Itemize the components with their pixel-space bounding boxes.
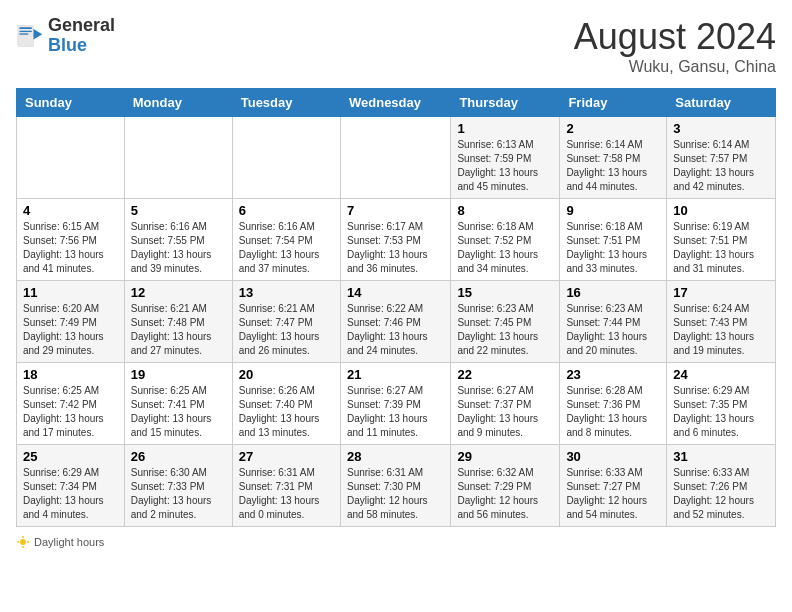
week-row-3: 11Sunrise: 6:20 AMSunset: 7:49 PMDayligh…	[17, 281, 776, 363]
calendar-cell: 18Sunrise: 6:25 AMSunset: 7:42 PMDayligh…	[17, 363, 125, 445]
calendar-cell: 19Sunrise: 6:25 AMSunset: 7:41 PMDayligh…	[124, 363, 232, 445]
day-info: Sunrise: 6:26 AMSunset: 7:40 PMDaylight:…	[239, 384, 334, 440]
day-number: 13	[239, 285, 334, 300]
svg-marker-4	[34, 29, 43, 40]
weekday-header-monday: Monday	[124, 89, 232, 117]
day-info: Sunrise: 6:31 AMSunset: 7:30 PMDaylight:…	[347, 466, 444, 522]
day-number: 3	[673, 121, 769, 136]
weekday-header-thursday: Thursday	[451, 89, 560, 117]
weekday-header-tuesday: Tuesday	[232, 89, 340, 117]
day-info: Sunrise: 6:18 AMSunset: 7:52 PMDaylight:…	[457, 220, 553, 276]
week-row-1: 1Sunrise: 6:13 AMSunset: 7:59 PMDaylight…	[17, 117, 776, 199]
day-number: 27	[239, 449, 334, 464]
day-number: 19	[131, 367, 226, 382]
calendar-cell: 15Sunrise: 6:23 AMSunset: 7:45 PMDayligh…	[451, 281, 560, 363]
weekday-header-row: SundayMondayTuesdayWednesdayThursdayFrid…	[17, 89, 776, 117]
day-info: Sunrise: 6:30 AMSunset: 7:33 PMDaylight:…	[131, 466, 226, 522]
weekday-header-saturday: Saturday	[667, 89, 776, 117]
calendar-cell: 1Sunrise: 6:13 AMSunset: 7:59 PMDaylight…	[451, 117, 560, 199]
day-info: Sunrise: 6:22 AMSunset: 7:46 PMDaylight:…	[347, 302, 444, 358]
calendar-cell: 10Sunrise: 6:19 AMSunset: 7:51 PMDayligh…	[667, 199, 776, 281]
day-info: Sunrise: 6:21 AMSunset: 7:47 PMDaylight:…	[239, 302, 334, 358]
footer: Daylight hours	[16, 535, 776, 549]
day-number: 10	[673, 203, 769, 218]
month-year: August 2024	[574, 16, 776, 58]
calendar-cell: 16Sunrise: 6:23 AMSunset: 7:44 PMDayligh…	[560, 281, 667, 363]
calendar-cell: 27Sunrise: 6:31 AMSunset: 7:31 PMDayligh…	[232, 445, 340, 527]
day-info: Sunrise: 6:18 AMSunset: 7:51 PMDaylight:…	[566, 220, 660, 276]
logo-text: GeneralBlue	[48, 16, 115, 56]
day-number: 26	[131, 449, 226, 464]
day-info: Sunrise: 6:15 AMSunset: 7:56 PMDaylight:…	[23, 220, 118, 276]
svg-rect-1	[20, 27, 32, 29]
day-info: Sunrise: 6:24 AMSunset: 7:43 PMDaylight:…	[673, 302, 769, 358]
day-info: Sunrise: 6:19 AMSunset: 7:51 PMDaylight:…	[673, 220, 769, 276]
day-info: Sunrise: 6:25 AMSunset: 7:42 PMDaylight:…	[23, 384, 118, 440]
title-block: August 2024 Wuku, Gansu, China	[574, 16, 776, 76]
calendar-cell	[340, 117, 450, 199]
svg-point-5	[20, 539, 26, 545]
calendar-cell: 7Sunrise: 6:17 AMSunset: 7:53 PMDaylight…	[340, 199, 450, 281]
calendar-cell: 25Sunrise: 6:29 AMSunset: 7:34 PMDayligh…	[17, 445, 125, 527]
day-number: 7	[347, 203, 444, 218]
day-info: Sunrise: 6:20 AMSunset: 7:49 PMDaylight:…	[23, 302, 118, 358]
day-info: Sunrise: 6:13 AMSunset: 7:59 PMDaylight:…	[457, 138, 553, 194]
calendar-cell	[17, 117, 125, 199]
day-number: 16	[566, 285, 660, 300]
day-info: Sunrise: 6:31 AMSunset: 7:31 PMDaylight:…	[239, 466, 334, 522]
week-row-2: 4Sunrise: 6:15 AMSunset: 7:56 PMDaylight…	[17, 199, 776, 281]
day-number: 29	[457, 449, 553, 464]
day-info: Sunrise: 6:23 AMSunset: 7:45 PMDaylight:…	[457, 302, 553, 358]
page-header: GeneralBlue August 2024 Wuku, Gansu, Chi…	[16, 16, 776, 76]
day-info: Sunrise: 6:17 AMSunset: 7:53 PMDaylight:…	[347, 220, 444, 276]
day-info: Sunrise: 6:25 AMSunset: 7:41 PMDaylight:…	[131, 384, 226, 440]
day-number: 14	[347, 285, 444, 300]
day-number: 9	[566, 203, 660, 218]
weekday-header-wednesday: Wednesday	[340, 89, 450, 117]
day-number: 25	[23, 449, 118, 464]
calendar-cell: 20Sunrise: 6:26 AMSunset: 7:40 PMDayligh…	[232, 363, 340, 445]
svg-rect-2	[20, 31, 32, 32]
logo-icon	[16, 22, 44, 50]
day-info: Sunrise: 6:33 AMSunset: 7:26 PMDaylight:…	[673, 466, 769, 522]
calendar-cell: 31Sunrise: 6:33 AMSunset: 7:26 PMDayligh…	[667, 445, 776, 527]
day-info: Sunrise: 6:28 AMSunset: 7:36 PMDaylight:…	[566, 384, 660, 440]
day-info: Sunrise: 6:16 AMSunset: 7:55 PMDaylight:…	[131, 220, 226, 276]
day-number: 28	[347, 449, 444, 464]
location: Wuku, Gansu, China	[574, 58, 776, 76]
calendar-cell: 6Sunrise: 6:16 AMSunset: 7:54 PMDaylight…	[232, 199, 340, 281]
calendar-cell: 8Sunrise: 6:18 AMSunset: 7:52 PMDaylight…	[451, 199, 560, 281]
calendar-cell: 22Sunrise: 6:27 AMSunset: 7:37 PMDayligh…	[451, 363, 560, 445]
day-number: 8	[457, 203, 553, 218]
day-info: Sunrise: 6:27 AMSunset: 7:37 PMDaylight:…	[457, 384, 553, 440]
svg-rect-3	[20, 33, 29, 34]
day-number: 11	[23, 285, 118, 300]
daylight-hours-label: Daylight hours	[16, 535, 104, 549]
day-number: 18	[23, 367, 118, 382]
day-number: 5	[131, 203, 226, 218]
calendar-cell: 5Sunrise: 6:16 AMSunset: 7:55 PMDaylight…	[124, 199, 232, 281]
calendar-cell: 30Sunrise: 6:33 AMSunset: 7:27 PMDayligh…	[560, 445, 667, 527]
calendar-cell: 17Sunrise: 6:24 AMSunset: 7:43 PMDayligh…	[667, 281, 776, 363]
day-number: 15	[457, 285, 553, 300]
day-number: 21	[347, 367, 444, 382]
week-row-5: 25Sunrise: 6:29 AMSunset: 7:34 PMDayligh…	[17, 445, 776, 527]
calendar-cell: 28Sunrise: 6:31 AMSunset: 7:30 PMDayligh…	[340, 445, 450, 527]
calendar-cell: 26Sunrise: 6:30 AMSunset: 7:33 PMDayligh…	[124, 445, 232, 527]
sun-icon	[16, 535, 30, 549]
day-info: Sunrise: 6:14 AMSunset: 7:57 PMDaylight:…	[673, 138, 769, 194]
weekday-header-friday: Friday	[560, 89, 667, 117]
day-info: Sunrise: 6:23 AMSunset: 7:44 PMDaylight:…	[566, 302, 660, 358]
day-number: 12	[131, 285, 226, 300]
day-number: 23	[566, 367, 660, 382]
calendar-cell: 14Sunrise: 6:22 AMSunset: 7:46 PMDayligh…	[340, 281, 450, 363]
calendar-cell	[124, 117, 232, 199]
calendar-cell: 9Sunrise: 6:18 AMSunset: 7:51 PMDaylight…	[560, 199, 667, 281]
day-number: 22	[457, 367, 553, 382]
day-info: Sunrise: 6:29 AMSunset: 7:34 PMDaylight:…	[23, 466, 118, 522]
day-info: Sunrise: 6:14 AMSunset: 7:58 PMDaylight:…	[566, 138, 660, 194]
calendar-cell: 24Sunrise: 6:29 AMSunset: 7:35 PMDayligh…	[667, 363, 776, 445]
calendar-cell: 2Sunrise: 6:14 AMSunset: 7:58 PMDaylight…	[560, 117, 667, 199]
day-number: 6	[239, 203, 334, 218]
day-number: 2	[566, 121, 660, 136]
